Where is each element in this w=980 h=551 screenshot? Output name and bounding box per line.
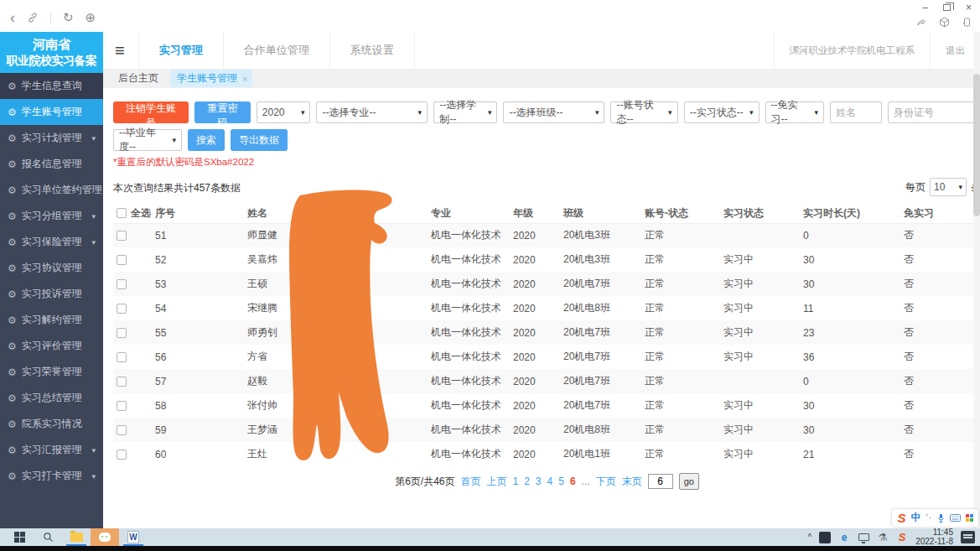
taskbar-word[interactable]: W <box>119 528 148 546</box>
start-button[interactable] <box>5 528 34 546</box>
next-page-link[interactable]: 下页 <box>596 475 616 489</box>
sidebar-item-unit-contract-mgmt[interactable]: ⚙实习单位签约管理 <box>0 177 103 203</box>
window-close-icon[interactable]: × <box>966 2 972 13</box>
deregister-student-button[interactable]: 注销学生账号 <box>113 101 189 123</box>
sidebar-item-grouping-mgmt[interactable]: ⚙实习分组管理▾ <box>0 203 103 229</box>
ime-language-icon[interactable]: 中 <box>910 511 920 525</box>
row-checkbox[interactable] <box>117 231 127 241</box>
sidebar-item-label: 报名信息管理 <box>22 157 82 171</box>
table-row: 54宋继腾机电一体化技术202020机电8班正常实习中11否 <box>113 296 980 320</box>
exempt-select[interactable]: --免实习--▾ <box>765 101 824 123</box>
ime-toolbar[interactable]: S 中 ’· <box>892 509 978 527</box>
ime-menu-icon[interactable] <box>966 514 973 522</box>
ime-punctuation-icon[interactable]: ’· <box>926 513 932 522</box>
tray-expand-icon[interactable]: ^ <box>807 533 811 542</box>
refresh-icon[interactable]: ↻ <box>63 10 74 25</box>
sidebar-item-registration-info-mgmt[interactable]: ⚙报名信息管理 <box>0 151 103 177</box>
sidebar-item-department-status[interactable]: ⚙院系实习情况 <box>0 411 103 437</box>
taskbar-wechat[interactable] <box>91 528 119 546</box>
tab-backend-home[interactable]: 后台主页 <box>111 70 165 87</box>
minimize-icon[interactable]: – <box>922 2 928 13</box>
per-page-select[interactable]: 10▾ <box>930 178 967 196</box>
intern-status-select[interactable]: --实习状态--▾ <box>684 101 760 123</box>
sidebar-item-evaluation-mgmt[interactable]: ⚙实习评价管理 <box>0 333 103 359</box>
last-page-link[interactable]: 末页 <box>622 475 642 489</box>
select-all-checkbox[interactable] <box>117 208 127 218</box>
nav-tab-internship-mgmt[interactable]: 实习管理 <box>138 32 224 69</box>
schooling-select[interactable]: --选择学制--▾ <box>433 101 497 123</box>
sogou-logo-icon[interactable]: S <box>897 511 905 525</box>
sidebar-item-honor-mgmt[interactable]: ⚙实习荣誉管理 <box>0 359 103 385</box>
sidebar-item-student-account-mgmt[interactable]: ⚙学生账号管理 <box>0 99 103 125</box>
page-link-1[interactable]: 1 <box>512 476 518 487</box>
scrollbar-thumb[interactable] <box>973 74 980 216</box>
row-checkbox[interactable] <box>117 401 127 411</box>
row-checkbox[interactable] <box>117 304 127 314</box>
tray-browser-icon[interactable]: e <box>838 532 850 543</box>
row-checkbox[interactable] <box>117 279 127 289</box>
reset-password-button[interactable]: 重置密码 <box>194 101 251 123</box>
row-checkbox[interactable] <box>117 450 127 460</box>
restore-icon[interactable] <box>943 4 951 11</box>
tray-sogou-icon[interactable]: S <box>896 532 908 543</box>
logout-button[interactable]: 退出 <box>930 32 980 69</box>
tray-app-icon[interactable] <box>819 532 831 543</box>
taskbar-clock[interactable]: 11:45 2022-11-8 <box>915 528 953 546</box>
keyboard-icon[interactable] <box>950 514 961 522</box>
row-checkbox[interactable] <box>117 255 127 265</box>
sidebar-item-internship-plan-mgmt[interactable]: ⚙实习计划管理▾ <box>0 125 103 151</box>
go-button[interactable]: go <box>679 473 699 490</box>
nav-tab-partner-unit-mgmt[interactable]: 合作单位管理 <box>224 32 330 69</box>
top-navigation: ≡ 实习管理 合作单位管理 系统设置 漯河职业技术学院机电工程系 退出 <box>103 32 980 69</box>
cube-icon[interactable] <box>939 17 950 28</box>
sidebar-item-student-info-query[interactable]: ⚙学生信息查询 <box>0 73 103 99</box>
share-icon[interactable] <box>916 18 927 28</box>
hamburger-icon[interactable]: ≡ <box>103 41 138 60</box>
row-checkbox[interactable] <box>117 352 127 362</box>
sidebar-item-termination-mgmt[interactable]: ⚙实习解约管理 <box>0 307 103 333</box>
sidebar-item-checkin-mgmt[interactable]: ⚙实习打卡管理▾ <box>0 463 103 489</box>
name-input[interactable] <box>830 101 882 123</box>
nav-tab-system-settings[interactable]: 系统设置 <box>330 32 415 69</box>
sidebar-item-summary-mgmt[interactable]: ⚙实习总结管理 <box>0 385 103 411</box>
year-select[interactable]: 2020▾ <box>257 101 311 123</box>
sidebar-item-agreement-mgmt[interactable]: ⚙实习协议管理 <box>0 255 103 281</box>
sidebar-item-label: 实习汇报管理 <box>22 443 82 457</box>
tab-student-account-mgmt[interactable]: 学生账号管理 × <box>170 70 252 87</box>
tray-display-icon[interactable] <box>858 532 869 543</box>
tray-ime-dock-icon[interactable]: ⚗ <box>877 532 889 543</box>
page-link-3[interactable]: 3 <box>536 476 542 487</box>
account-status-select[interactable]: --账号状态--▾ <box>610 101 677 123</box>
page-link-4[interactable]: 4 <box>547 476 553 487</box>
goto-page-input[interactable] <box>648 474 673 489</box>
back-icon[interactable]: ‹ <box>10 13 15 23</box>
chevron-down-icon: ▾ <box>595 108 599 117</box>
prev-page-link[interactable]: 上页 <box>486 475 506 489</box>
taskbar-file-explorer[interactable] <box>62 528 91 546</box>
sidebar-item-insurance-mgmt[interactable]: ⚙实习保险管理▾ <box>0 229 103 255</box>
globe-icon[interactable]: ⊕ <box>86 10 96 25</box>
students-table: 全选 序号 姓名 身份证号 专业 年级 班级 账号-状态 实习状态 实习时长(天… <box>113 204 980 466</box>
page-link-2[interactable]: 2 <box>524 476 530 487</box>
row-checkbox[interactable] <box>117 328 127 338</box>
notification-center-icon[interactable] <box>961 531 975 543</box>
class-select[interactable]: --选择班级--▾ <box>503 101 604 123</box>
major-select[interactable]: --选择专业--▾ <box>316 101 428 123</box>
search-button[interactable]: 搜索 <box>188 129 225 151</box>
send-to-device-icon[interactable] <box>962 17 972 28</box>
row-checkbox[interactable] <box>117 377 127 387</box>
link-icon[interactable] <box>27 12 39 23</box>
chevron-down-icon: ▾ <box>91 238 96 247</box>
first-page-link[interactable]: 首页 <box>460 475 480 489</box>
page-link-5[interactable]: 5 <box>558 476 564 487</box>
sidebar-item-report-mgmt[interactable]: ⚙实习汇报管理▾ <box>0 437 103 463</box>
id-number-input[interactable] <box>888 101 980 123</box>
export-data-button[interactable]: 导出数据 <box>231 129 288 151</box>
row-checkbox[interactable] <box>117 425 127 435</box>
microphone-icon[interactable] <box>937 513 945 523</box>
close-icon[interactable]: × <box>242 74 247 84</box>
taskbar-search-button[interactable] <box>34 528 62 546</box>
graduation-year-select[interactable]: --毕业年度--▾ <box>113 129 182 151</box>
sidebar-item-complaint-mgmt[interactable]: ⚙实习投诉管理 <box>0 281 103 307</box>
scrollbar-track[interactable] <box>973 32 980 528</box>
